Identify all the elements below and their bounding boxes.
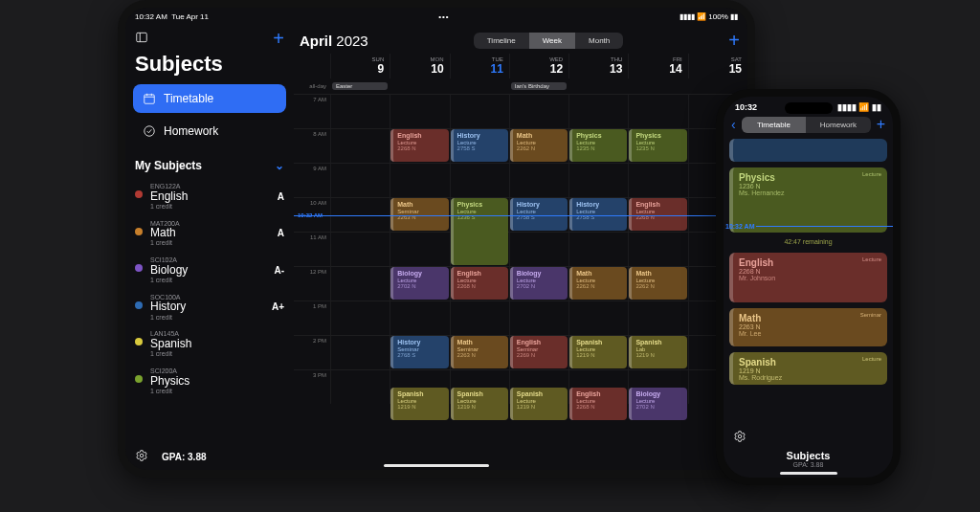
view-option-timeline[interactable]: Timeline	[474, 33, 529, 49]
iphone-event[interactable]: Spanish1219 NMs. RodriguezLecture	[729, 352, 887, 385]
iphone-home-indicator[interactable]	[780, 472, 837, 475]
svg-rect-2	[145, 95, 155, 103]
allday-event[interactable]: Easter	[332, 82, 388, 90]
sidebar-item-label: Timetable	[164, 92, 213, 105]
wifi-icon: 📶	[697, 12, 706, 21]
calendar-event[interactable]: HistoryLecture2758 S	[569, 198, 627, 231]
sidebar: + Subjects TimetableHomework My Subjects…	[125, 25, 294, 470]
day-header[interactable]: THU13	[568, 54, 628, 78]
chevron-down-icon[interactable]: ⌄	[275, 159, 284, 172]
dynamic-island	[785, 102, 833, 114]
sidebar-item-timetable[interactable]: Timetable	[133, 84, 286, 113]
iphone-gear-icon[interactable]	[733, 430, 746, 445]
my-subjects-label: My Subjects	[135, 159, 202, 172]
signal-icon: ▮▮▮▮	[679, 12, 695, 21]
calendar-event[interactable]: MathLecture2262 N	[569, 267, 627, 300]
iphone-tab-homework[interactable]: Homework	[806, 117, 870, 133]
battery-icon: ▮▮	[730, 12, 738, 21]
subject-credits: 1 credit	[150, 388, 189, 395]
calendar-event[interactable]: SpanishLab1219 N	[629, 336, 686, 368]
calendar-event[interactable]: EnglishSeminar2269 N	[510, 336, 568, 368]
calendar-event[interactable]: BiologyLecture2702 N	[510, 267, 568, 300]
day-header[interactable]: SUN9	[330, 54, 390, 78]
subject-row[interactable]: SCI200APhysics1 credit	[133, 363, 286, 400]
calendar-event[interactable]: SpanishLecture1219 N	[569, 336, 627, 368]
color-dot	[135, 228, 143, 235]
subject-grade: A	[278, 191, 284, 202]
gpa-label: GPA: 3.88	[162, 452, 207, 462]
subject-credits: 1 credit	[150, 314, 186, 322]
calendar-event[interactable]: HistorySeminar2768 S	[390, 336, 448, 368]
day-header[interactable]: TUE11	[450, 54, 509, 78]
color-dot	[135, 301, 143, 309]
day-header[interactable]: FRI14	[628, 54, 687, 78]
view-option-week[interactable]: Week	[529, 33, 575, 49]
svg-point-7	[140, 454, 144, 457]
iphone-now-indicator: 10:32 AM	[724, 223, 893, 230]
subject-row[interactable]: MAT200AMath1 creditA	[133, 215, 286, 253]
view-option-month[interactable]: Month	[575, 33, 623, 49]
day-header[interactable]: WED12	[509, 54, 568, 78]
calendar-event[interactable]: PhysicsLecture1235 N	[569, 129, 627, 162]
subject-name: English	[150, 190, 188, 203]
calendar-event[interactable]: PhysicsLecture1236 S	[451, 198, 508, 265]
svg-rect-0	[137, 33, 147, 41]
status-date: Tue Apr 11	[171, 12, 209, 21]
iphone-event[interactable]	[729, 139, 887, 162]
gear-icon[interactable]	[135, 449, 148, 464]
calendar-event[interactable]: MathSeminar2263 N	[451, 336, 508, 368]
iphone-event[interactable]: Math2263 NMr. LeeSeminar	[729, 308, 887, 346]
back-button[interactable]: ‹	[731, 118, 736, 131]
calendar-event[interactable]: EnglishLecture2268 N	[451, 267, 508, 300]
calendar-event[interactable]: SpanishLecture1219 N	[510, 388, 568, 420]
subject-row[interactable]: ENG122AEnglish1 creditA	[133, 178, 286, 215]
calendar-event[interactable]: MathLecture2262 N	[629, 267, 686, 300]
iphone-segmented-control[interactable]: TimetableHomework	[742, 117, 871, 133]
calendar-event[interactable]: PhysicsLecture1235 N	[629, 129, 686, 162]
subject-row[interactable]: SCI102ABiology1 creditA-	[133, 252, 286, 289]
ipad-device: 10:32 AM Tue Apr 11 ••• ▮▮▮▮ 📶 100% ▮▮ +…	[118, 0, 755, 478]
color-dot	[135, 375, 143, 383]
iphone-tab-timetable[interactable]: Timetable	[742, 117, 807, 133]
iphone-event[interactable]: English2268 NMr. JohnsonLecture	[729, 253, 887, 302]
calendar-event[interactable]: BiologyLecture2702 N	[390, 267, 448, 300]
iphone-timeline[interactable]: Physics1236 NMs. HernandezLecture42:47 r…	[724, 135, 893, 424]
battery-icon: ▮▮	[872, 102, 881, 112]
calendar-event[interactable]: SpanishLecture1219 N	[451, 388, 508, 420]
sidebar-toggle-icon[interactable]	[135, 31, 148, 47]
subject-grade: A+	[272, 301, 284, 312]
subject-row[interactable]: SOC100AHistory1 creditA+	[133, 289, 286, 326]
add-button[interactable]: +	[273, 29, 284, 48]
day-header[interactable]: MON10	[390, 54, 449, 78]
ipad-status-bar: 10:32 AM Tue Apr 11 ••• ▮▮▮▮ 📶 100% ▮▮	[125, 8, 747, 25]
subject-name: Spanish	[150, 338, 191, 350]
subject-credits: 1 credit	[150, 350, 191, 358]
add-event-button[interactable]: +	[728, 31, 740, 50]
iphone-add-button[interactable]: +	[877, 116, 885, 133]
calendar-event[interactable]: MathSeminar2263 N	[390, 198, 448, 231]
subject-row[interactable]: LAN145ASpanish1 credit	[133, 325, 286, 363]
subject-name: Math	[150, 227, 180, 239]
svg-point-6	[145, 126, 155, 137]
calendar-event[interactable]: EnglishLecture2268 N	[390, 129, 448, 162]
now-indicator	[294, 215, 747, 216]
calendar-event[interactable]: EnglishLecture2268 N	[629, 198, 686, 231]
calendar-event[interactable]: SpanishLecture1219 N	[390, 388, 448, 420]
day-header[interactable]: SAT15	[688, 54, 747, 78]
iphone-footer-title: Subjects	[724, 450, 893, 461]
calendar-event[interactable]: HistoryLecture2758 S	[451, 129, 508, 162]
calendar-event[interactable]: MathLecture2262 N	[510, 129, 568, 162]
allday-event[interactable]: Ian's Birthday	[511, 82, 567, 90]
home-indicator[interactable]	[384, 464, 489, 467]
subject-name: Physics	[150, 375, 189, 388]
sidebar-item-homework[interactable]: Homework	[133, 117, 286, 145]
calendar-event[interactable]: EnglishLecture2268 N	[569, 388, 627, 420]
allday-row: all-dayEasterIan's Birthday	[294, 78, 747, 94]
view-segmented-control[interactable]: TimelineWeekMonth	[474, 33, 623, 49]
calendar-event[interactable]: BiologyLecture2702 N	[629, 388, 686, 420]
svg-point-8	[738, 434, 742, 438]
calendar-event[interactable]: HistoryLecture2758 S	[510, 198, 568, 231]
remaining-label: 42:47 remaining	[729, 238, 887, 245]
day-header-row: SUN9MON10TUE11WED12THU13FRI14SAT15	[294, 54, 747, 78]
signal-icon: ▮▮▮▮	[837, 102, 857, 112]
